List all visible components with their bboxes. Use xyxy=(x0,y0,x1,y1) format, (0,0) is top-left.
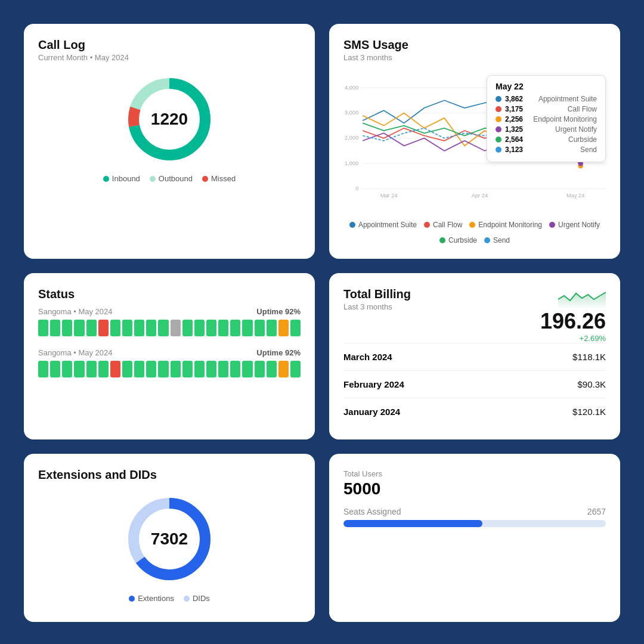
seats-label: Seats Assigned 2657 xyxy=(343,507,606,527)
sms-chart-area: 4,000 3,000 2,000 1,000 0 Mar 24 Apr 24 … xyxy=(343,69,606,215)
bar-segment xyxy=(134,361,144,377)
bar-segment xyxy=(206,320,216,336)
billing-card: Total Billing Last 3 months 196.26 +2.69… xyxy=(329,273,620,439)
bar-segment xyxy=(74,320,84,336)
bar-segment xyxy=(278,320,289,336)
seats-assigned-label: Seats Assigned xyxy=(343,507,401,516)
bar-segment xyxy=(122,361,132,377)
tooltip-row-0: 3,862 Appointment Suite xyxy=(496,95,597,103)
outbound-label: Outbound xyxy=(159,174,193,183)
bar-segment xyxy=(267,361,277,377)
tooltip-row-2: 2,256 Endpoint Monitoring xyxy=(496,115,597,123)
bar-segment xyxy=(230,320,240,336)
bar-segment xyxy=(86,320,97,336)
svg-marker-22 xyxy=(558,292,606,309)
status-subtitle-1: Sangoma • May 2024 xyxy=(38,307,113,316)
inbound-dot xyxy=(103,176,109,182)
billing-subtitle: Last 3 months xyxy=(343,302,411,311)
bar-grid-1 xyxy=(38,320,301,336)
svg-text:Apr 24: Apr 24 xyxy=(472,193,488,199)
bar-segment xyxy=(74,361,84,377)
tooltip-row-1: 3,175 Call Flow xyxy=(496,105,597,113)
call-log-total: 1220 xyxy=(151,110,188,129)
sms-usage-card: SMS Usage Last 3 months 4,000 3,000 2,00… xyxy=(329,24,620,259)
status-card: Status Sangoma • May 2024 Uptime 92% San… xyxy=(24,273,315,439)
svg-text:1,000: 1,000 xyxy=(345,160,358,166)
sms-tooltip: May 22 3,862 Appointment Suite 3,175 Cal… xyxy=(487,75,606,162)
seats-assigned-value: 2657 xyxy=(587,507,606,516)
call-log-subtitle: Current Month • May 2024 xyxy=(38,53,301,62)
bar-segment xyxy=(182,320,193,336)
legend-outbound: Outbound xyxy=(150,174,193,183)
legend-dids: DIDs xyxy=(184,594,210,603)
status-row-2: Sangoma • May 2024 Uptime 92% xyxy=(38,348,301,377)
bar-segment xyxy=(38,320,48,336)
outbound-dot xyxy=(150,176,156,182)
bar-segment xyxy=(290,320,301,336)
bar-segment xyxy=(267,320,277,336)
status-subtitle-2: Sangoma • May 2024 xyxy=(38,348,113,357)
status-row-1: Sangoma • May 2024 Uptime 92% xyxy=(38,307,301,336)
bar-segment xyxy=(255,320,265,336)
billing-row-february: February 2024 $90.3K xyxy=(343,370,606,398)
bar-segment xyxy=(242,361,252,377)
bar-segment xyxy=(278,361,289,377)
call-log-title: Call Log xyxy=(38,38,301,52)
bar-segment xyxy=(218,320,228,336)
bar-segment xyxy=(182,361,193,377)
bar-segment xyxy=(171,320,181,336)
seats-progress-bg xyxy=(343,520,606,527)
bar-segment xyxy=(158,320,168,336)
bar-segment xyxy=(194,320,205,336)
bar-segment xyxy=(206,361,216,377)
extensions-label: Extentions xyxy=(138,594,174,603)
bar-segment xyxy=(98,361,109,377)
uptime-2: Uptime 92% xyxy=(256,348,301,357)
billing-row-march: March 2024 $118.1K xyxy=(343,343,606,370)
bar-segment xyxy=(171,361,181,377)
bar-segment xyxy=(134,320,144,336)
bar-grid-2 xyxy=(38,361,301,377)
billing-spark xyxy=(558,287,606,309)
call-log-donut: 1220 xyxy=(122,72,217,167)
legend-missed: Missed xyxy=(202,174,236,183)
tooltip-row-3: 1,325 Urgent Notify xyxy=(496,125,597,134)
bar-segment xyxy=(62,320,72,336)
svg-text:May 24: May 24 xyxy=(566,193,584,199)
extensions-title: Extensions and DIDs xyxy=(38,468,301,482)
tooltip-row-4: 2,564 Curbside xyxy=(496,135,597,144)
billing-change: +2.69% xyxy=(580,334,606,343)
total-users-card: Total Users 5000 Seats Assigned 2657 xyxy=(329,454,620,622)
bar-segment xyxy=(86,361,97,377)
call-log-card: Call Log Current Month • May 2024 1220 I… xyxy=(24,24,315,259)
uptime-1: Uptime 92% xyxy=(256,307,301,316)
tooltip-date: May 22 xyxy=(496,82,597,91)
bar-segment xyxy=(38,361,48,377)
sms-legend: Appointment Suite Call Flow Endpoint Mon… xyxy=(343,221,606,244)
bar-segment xyxy=(194,361,205,377)
bar-segment xyxy=(50,361,60,377)
billing-title: Total Billing xyxy=(343,287,411,301)
dids-dot xyxy=(184,596,190,602)
bar-segment xyxy=(62,361,72,377)
tooltip-row-5: 3,123 Send xyxy=(496,145,597,154)
bar-segment xyxy=(146,361,156,377)
bar-segment xyxy=(146,320,156,336)
billing-right: 196.26 +2.69% xyxy=(540,287,606,343)
bar-segment xyxy=(50,320,60,336)
inbound-label: Inbound xyxy=(112,174,140,183)
bar-segment xyxy=(242,320,252,336)
extensions-legend: Extentions DIDs xyxy=(129,594,210,603)
bar-segment xyxy=(158,361,168,377)
bar-segment xyxy=(230,361,240,377)
missed-dot xyxy=(202,176,208,182)
extensions-dot xyxy=(129,596,135,602)
extensions-donut: 7302 xyxy=(122,491,217,587)
missed-label: Missed xyxy=(211,174,236,183)
billing-amount: 196.26 xyxy=(540,309,606,334)
bar-segment xyxy=(110,361,120,377)
extensions-total: 7302 xyxy=(151,530,188,549)
billing-row-january: January 2024 $120.1K xyxy=(343,398,606,425)
total-users-count: 5000 xyxy=(343,479,606,499)
sms-title: SMS Usage xyxy=(343,38,606,52)
